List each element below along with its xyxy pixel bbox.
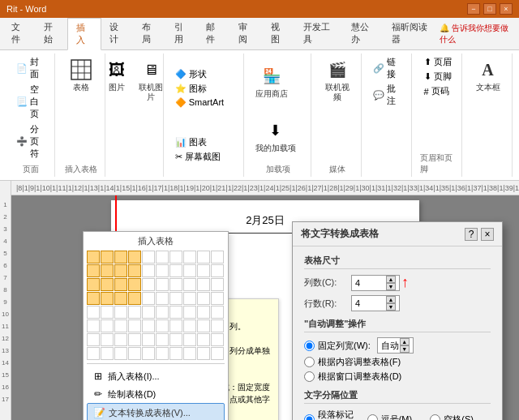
picture-btn[interactable]: 🖼 图片: [101, 55, 131, 104]
row-spin-up[interactable]: ▲: [386, 296, 396, 303]
col-input[interactable]: 4 ▲ ▼: [351, 275, 400, 291]
grid-cell[interactable]: [183, 347, 196, 360]
tab-review[interactable]: 审阅: [230, 18, 263, 49]
cover-btn[interactable]: 📄 封面: [13, 55, 48, 81]
header-btn[interactable]: ⬆ 页眉: [421, 55, 455, 69]
grid-cell[interactable]: [211, 347, 224, 360]
grid-cell[interactable]: [211, 333, 224, 346]
grid-cell[interactable]: [87, 264, 100, 277]
para-sep-radio[interactable]: [304, 414, 315, 420]
maximize-btn[interactable]: □: [483, 3, 496, 15]
grid-cell[interactable]: [183, 292, 196, 305]
grid-cell[interactable]: [142, 278, 155, 291]
icon-btn[interactable]: ⭐ 图标: [172, 82, 227, 96]
grid-cell[interactable]: [197, 278, 210, 291]
grid-cell[interactable]: [211, 319, 224, 332]
grid-cell[interactable]: [211, 292, 224, 305]
tab-view[interactable]: 视图: [263, 18, 295, 49]
grid-cell[interactable]: [156, 347, 169, 360]
grid-cell[interactable]: [183, 264, 196, 277]
my-addins-btn[interactable]: ⬇ 我的加载项: [252, 116, 299, 155]
grid-cell[interactable]: [142, 251, 155, 264]
screenshot-btn[interactable]: ✂ 屏幕截图: [172, 150, 224, 164]
grid-cell[interactable]: [101, 347, 114, 360]
grid-cell[interactable]: [169, 251, 182, 264]
grid-cell[interactable]: [128, 333, 141, 346]
row-spin-down[interactable]: ▼: [386, 303, 396, 311]
grid-cell[interactable]: [211, 278, 224, 291]
grid-cell[interactable]: [211, 264, 224, 277]
page-break-btn[interactable]: ➗ 分页符: [13, 122, 48, 161]
grid-cell[interactable]: [87, 306, 100, 319]
grid-cell[interactable]: [87, 333, 100, 346]
close-btn[interactable]: ×: [500, 3, 513, 15]
grid-cell[interactable]: [169, 292, 182, 305]
dialog-help-btn[interactable]: ?: [465, 228, 478, 241]
grid-cell[interactable]: [114, 319, 127, 332]
grid-cell[interactable]: [114, 278, 127, 291]
tab-foxit[interactable]: 福昕阅读器: [384, 18, 440, 49]
grid-cell[interactable]: [197, 319, 210, 332]
minimize-btn[interactable]: −: [467, 3, 480, 15]
grid-cell[interactable]: [114, 292, 127, 305]
grid-cell[interactable]: [101, 319, 114, 332]
grid-cell[interactable]: [156, 278, 169, 291]
grid-cell[interactable]: [142, 319, 155, 332]
tab-mail[interactable]: 邮件: [198, 18, 230, 49]
grid-cell[interactable]: [169, 333, 182, 346]
online-pic-btn[interactable]: 🖥 联机图片: [133, 55, 169, 104]
grid-cell[interactable]: [197, 264, 210, 277]
grid-cell[interactable]: [183, 319, 196, 332]
grid-cell[interactable]: [87, 319, 100, 332]
grid-cell[interactable]: [183, 251, 196, 264]
notify-bar[interactable]: 🔔 告诉我你想要做什么: [440, 18, 516, 49]
tab-ref[interactable]: 引用: [166, 18, 199, 49]
grid-cells[interactable]: [87, 251, 225, 360]
shape-btn[interactable]: 🔷 形状: [172, 67, 227, 81]
grid-cell[interactable]: [142, 306, 155, 319]
grid-cell[interactable]: [101, 251, 114, 264]
grid-cell[interactable]: [128, 278, 141, 291]
tab-insert[interactable]: 插入: [67, 18, 101, 50]
text-to-table-menu[interactable]: 📝 文本转换成表格(V)...: [87, 403, 225, 420]
grid-cell[interactable]: [142, 347, 155, 360]
grid-cell[interactable]: [114, 347, 127, 360]
fixed-col-radio[interactable]: [304, 341, 315, 351]
grid-cell[interactable]: [197, 347, 210, 360]
footer-btn[interactable]: ⬇ 页脚: [421, 70, 455, 84]
grid-cell[interactable]: [142, 264, 155, 277]
tab-file[interactable]: 文件: [3, 18, 36, 49]
fcs-up[interactable]: ▲: [400, 338, 410, 345]
grid-cell[interactable]: [114, 264, 127, 277]
store-btn[interactable]: 🏪 应用商店: [252, 62, 291, 101]
grid-cell[interactable]: [87, 347, 100, 360]
grid-cell[interactable]: [128, 306, 141, 319]
table-btn[interactable]: 表格: [65, 55, 97, 94]
comment-btn[interactable]: 💬 批注: [370, 82, 405, 108]
grid-cell[interactable]: [211, 306, 224, 319]
grid-cell[interactable]: [114, 333, 127, 346]
insert-table-menu[interactable]: ⊞ 插入表格(I)...: [87, 367, 225, 385]
fcs-down[interactable]: ▼: [400, 345, 410, 353]
grid-cell[interactable]: [128, 347, 141, 360]
blank-page-btn[interactable]: 📃 空白页: [13, 83, 48, 121]
grid-cell[interactable]: [183, 306, 196, 319]
link-btn[interactable]: 🔗 链接: [370, 55, 405, 81]
grid-cell[interactable]: [156, 319, 169, 332]
grid-cell[interactable]: [183, 333, 196, 346]
grid-cell[interactable]: [169, 319, 182, 332]
grid-cell[interactable]: [87, 278, 100, 291]
grid-cell[interactable]: [128, 292, 141, 305]
tab-dev[interactable]: 开发工具: [295, 18, 343, 49]
grid-cell[interactable]: [101, 264, 114, 277]
smartart-btn[interactable]: 🔶 SmartArt: [172, 96, 227, 109]
row-input[interactable]: 4 ▲ ▼: [351, 295, 400, 311]
grid-cell[interactable]: [156, 264, 169, 277]
grid-cell[interactable]: [142, 333, 155, 346]
tab-home[interactable]: 开始: [36, 18, 68, 49]
grid-cell[interactable]: [114, 306, 127, 319]
grid-cell[interactable]: [87, 292, 100, 305]
grid-cell[interactable]: [169, 264, 182, 277]
grid-cell[interactable]: [128, 264, 141, 277]
grid-cell[interactable]: [101, 292, 114, 305]
